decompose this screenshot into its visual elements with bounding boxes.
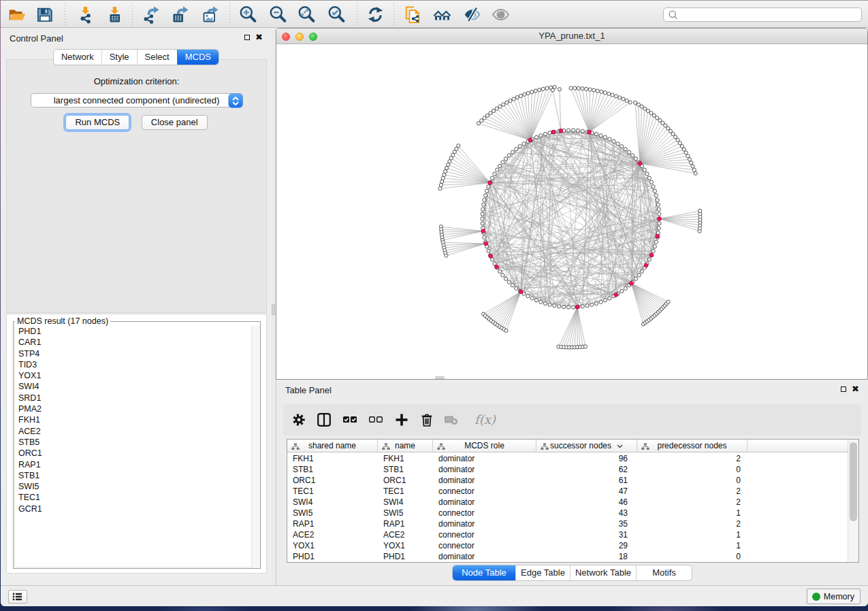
- mcds-result-node[interactable]: TID3: [15, 359, 259, 370]
- zoom-out-icon[interactable]: [269, 5, 287, 24]
- tab-select[interactable]: Select: [137, 50, 177, 65]
- show-all-networks-icon[interactable]: [433, 5, 451, 24]
- mcds-result-node[interactable]: STP4: [15, 348, 259, 359]
- close-panel-icon[interactable]: ✖: [255, 32, 263, 42]
- task-history-button[interactable]: [8, 590, 27, 604]
- column-header-MCDS-role[interactable]: MCDS role: [433, 440, 536, 452]
- maximize-window-icon[interactable]: [309, 33, 317, 41]
- show-panel-icon[interactable]: [492, 5, 510, 24]
- import-network-icon[interactable]: [76, 5, 95, 24]
- column-type-icon: [437, 442, 445, 452]
- criterion-value: largest connected component (undirected): [54, 95, 220, 105]
- tab-node-table[interactable]: Node Table: [453, 565, 515, 580]
- main-toolbar: [1, 0, 868, 28]
- cell-predecessor-nodes: 0: [637, 464, 748, 475]
- table-row[interactable]: PHD1PHD1dominator180: [287, 551, 848, 562]
- mcds-result-scrollbar[interactable]: [251, 326, 260, 568]
- zoom-fit-icon[interactable]: [298, 5, 316, 24]
- mcds-result-node[interactable]: PMA2: [15, 403, 259, 414]
- table-row[interactable]: YOX1YOX1connector291: [287, 540, 848, 551]
- column-header-predecessor-nodes[interactable]: predecessor nodes: [637, 440, 748, 452]
- node-table-header: shared namenameMCDS rolesuccessor nodesp…: [287, 440, 848, 452]
- table-row[interactable]: SWI5SWI5connector431: [287, 508, 848, 518]
- minimize-window-icon[interactable]: [295, 33, 304, 41]
- mcds-result-node[interactable]: CAR1: [15, 337, 259, 348]
- cell-successor-nodes: 62: [536, 464, 637, 475]
- close-table-panel-icon[interactable]: ✖: [852, 384, 859, 394]
- vertical-splitter-grip[interactable]: [272, 304, 275, 315]
- table-scrollbar[interactable]: [848, 440, 858, 562]
- zoom-selected-icon[interactable]: [327, 5, 346, 24]
- memory-button[interactable]: Memory: [807, 589, 861, 604]
- control-panel-tabs: NetworkStyleSelectMCDS: [1, 50, 272, 65]
- column-header-name[interactable]: name: [378, 440, 433, 452]
- table-row[interactable]: SWI4SWI4dominator462: [287, 497, 848, 508]
- search-input[interactable]: [663, 7, 862, 22]
- column-header-successor-nodes[interactable]: successor nodes: [536, 440, 637, 452]
- zoom-in-icon[interactable]: [239, 5, 257, 24]
- mcds-result-node[interactable]: ORC1: [15, 448, 259, 459]
- tab-network[interactable]: Network: [54, 50, 101, 65]
- float-table-panel-icon[interactable]: [841, 386, 846, 392]
- mcds-result-node[interactable]: TEC1: [15, 492, 259, 503]
- mcds-result-node[interactable]: YOX1: [15, 370, 259, 381]
- export-table-icon[interactable]: [172, 5, 190, 24]
- mcds-result-node[interactable]: SWI4: [15, 381, 259, 392]
- tab-mcds[interactable]: MCDS: [177, 50, 219, 65]
- table-row[interactable]: ORC1ORC1dominator610: [287, 475, 848, 486]
- table-row[interactable]: STB1STB1dominator620: [287, 464, 848, 475]
- mcds-result-node[interactable]: FKH1: [15, 414, 259, 425]
- deselect-all-checkboxes-icon[interactable]: [368, 412, 383, 427]
- hide-panel-icon[interactable]: [463, 5, 481, 24]
- cell-MCDS-role: connector: [433, 529, 536, 540]
- close-window-icon[interactable]: [282, 33, 290, 41]
- tab-network-table[interactable]: Network Table: [570, 565, 636, 580]
- mcds-result-node[interactable]: STB5: [15, 437, 259, 448]
- add-column-icon[interactable]: [394, 412, 409, 427]
- gear-icon[interactable]: [291, 412, 306, 427]
- table-row[interactable]: FKH1FKH1dominator962: [287, 453, 848, 464]
- open-file-icon[interactable]: [8, 5, 27, 24]
- import-table-icon[interactable]: [106, 5, 124, 24]
- table-scrollbar-thumb[interactable]: [850, 442, 857, 521]
- cell-shared-name: ORC1: [287, 475, 378, 486]
- tab-style[interactable]: Style: [101, 50, 137, 65]
- table-row[interactable]: TEC1TEC1connector472: [287, 486, 848, 497]
- export-image-icon[interactable]: [202, 5, 220, 24]
- table-panel: Table Panel ✖ f(x) shared namenameMCDS r…: [276, 380, 868, 585]
- cell-predecessor-nodes: 2: [637, 486, 748, 497]
- mcds-result-node[interactable]: RAP1: [15, 459, 259, 470]
- mcds-result-list[interactable]: PHD1CAR1STP4TID3YOX1SWI4SRD1PMA2FKH1ACE2…: [14, 326, 259, 567]
- tab-motifs[interactable]: Motifs: [636, 565, 692, 580]
- cell-successor-nodes: 35: [536, 518, 637, 529]
- clone-network-icon[interactable]: [404, 5, 422, 24]
- horizontal-splitter-grip[interactable]: [435, 376, 445, 379]
- table-row[interactable]: ACE2ACE2connector311: [287, 529, 848, 540]
- network-window-titlebar[interactable]: YPA_prune.txt_1: [276, 29, 867, 44]
- mcds-result-node[interactable]: ACE2: [15, 426, 259, 437]
- table-row[interactable]: RAP1RAP1dominator352: [287, 518, 848, 529]
- mcds-result-node[interactable]: SWI5: [15, 481, 259, 492]
- refresh-layout-icon[interactable]: [366, 5, 385, 24]
- export-network-icon[interactable]: [142, 5, 161, 24]
- save-session-icon[interactable]: [35, 5, 54, 24]
- column-header-shared-name[interactable]: shared name: [287, 440, 378, 452]
- criterion-select[interactable]: largest connected component (undirected): [31, 93, 243, 108]
- run-mcds-button[interactable]: Run MCDS: [65, 115, 129, 130]
- delete-column-icon[interactable]: [419, 412, 434, 427]
- select-all-checkboxes-icon[interactable]: [342, 412, 357, 427]
- split-columns-icon[interactable]: [317, 412, 332, 427]
- mcds-result-node[interactable]: STB1: [15, 470, 259, 481]
- mcds-result-node[interactable]: PHD1: [15, 326, 259, 337]
- column-type-icon: [641, 442, 649, 452]
- mcds-result-node[interactable]: GCR1: [15, 503, 259, 514]
- close-panel-button[interactable]: Close panel: [142, 115, 208, 130]
- table-panel-titlebar: Table Panel ✖: [276, 380, 868, 397]
- mcds-result-node[interactable]: SRD1: [15, 393, 259, 403]
- column-type-icon: [382, 442, 390, 452]
- tab-edge-table[interactable]: Edge Table: [515, 565, 570, 580]
- network-canvas[interactable]: [276, 44, 867, 379]
- cell-predecessor-nodes: 2: [637, 518, 748, 529]
- float-panel-icon[interactable]: [244, 35, 250, 40]
- cell-shared-name: TEC1: [287, 486, 378, 497]
